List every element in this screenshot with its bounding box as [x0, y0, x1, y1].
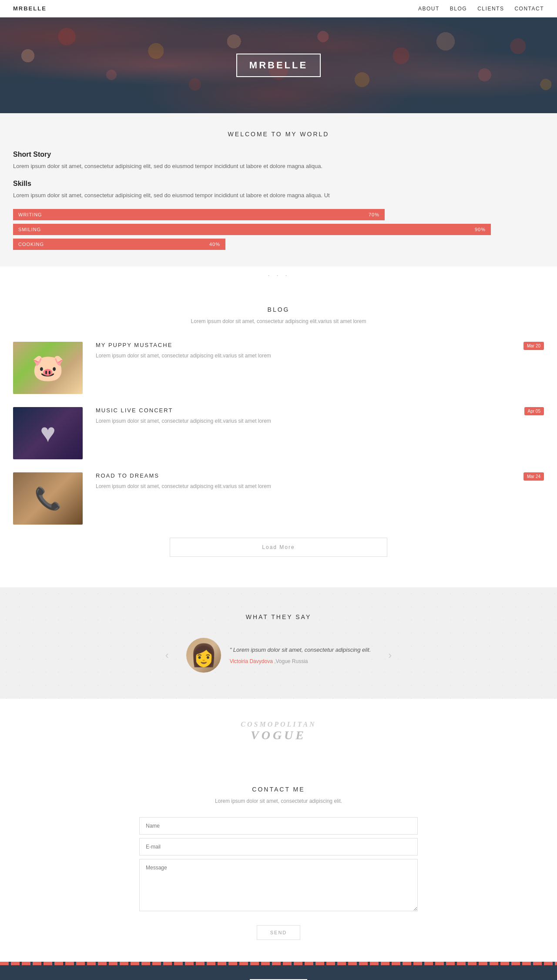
blog-thumb-1: [13, 342, 83, 394]
testimonial-quote: " Lorem ipsum dolor sit amet, consectetu…: [230, 646, 371, 655]
contact-subtitle: Lorem ipsum dolor sit amet, consectetur …: [13, 798, 544, 804]
skill-bar-writing: WRITING 70%: [13, 209, 385, 220]
contact-email-input[interactable]: [139, 838, 418, 855]
cosmopolitan-line2: VOGUE: [241, 728, 316, 742]
testimonials-heading: WHAT THEY SAY: [13, 613, 544, 620]
blog-subtitle: Lorem ipsum dolor sit amet, consectetur …: [13, 318, 544, 324]
testimonial-wrapper: ‹ " Lorem ipsum dolor sit amet, consecte…: [13, 638, 544, 673]
testimonial-avatar: [186, 638, 221, 673]
clients-logos: COSMOPOLITAN VOGUE: [13, 721, 544, 742]
blog-post-1: MY PUPPY MUSTACHE Lorem ipsum dolor sit …: [13, 342, 544, 394]
blog-excerpt-3: Lorem ipsum dolor sit amet, consectetur …: [96, 482, 544, 491]
nav-contact[interactable]: CONTACT: [514, 6, 544, 12]
welcome-section: WELCOME TO MY WORLD Short Story Lorem ip…: [0, 113, 557, 266]
blog-post-3: ROAD TO DREAMS Lorem ipsum dolor sit ame…: [13, 472, 544, 525]
blog-excerpt-1: Lorem ipsum dolor sit amet, consectetur …: [96, 352, 544, 360]
navigation: MRBELLE ABOUT BLOG CLIENTS CONTACT: [0, 0, 557, 17]
nav-links: ABOUT BLOG CLIENTS CONTACT: [418, 6, 544, 12]
hero-logo: MRBELLE: [249, 60, 308, 71]
skill-smiling: SMILING 90%: [13, 224, 544, 235]
cosmopolitan-line1: COSMOPOLITAN: [241, 721, 316, 728]
clients-section: COSMOPOLITAN VOGUE: [0, 699, 557, 764]
skill-percent-writing: 70%: [369, 212, 379, 217]
welcome-heading: WELCOME TO MY WORLD: [13, 131, 544, 138]
contact-section: CONTACT ME Lorem ipsum dolor sit amet, c…: [0, 764, 557, 962]
contact-name-input[interactable]: [139, 817, 418, 835]
contact-heading: CONTACT ME: [13, 786, 544, 793]
blog-thumb-3: [13, 472, 83, 525]
blog-date-3: Mar 24: [523, 472, 544, 481]
footer: MRBELLE: [0, 962, 557, 980]
contact-send-button[interactable]: SEND: [257, 925, 301, 940]
skill-bar-cooking: COOKING 40%: [13, 239, 225, 250]
testimonial-text: " Lorem ipsum dolor sit amet, consectetu…: [230, 646, 371, 664]
skill-cooking: COOKING 40%: [13, 239, 544, 250]
hero-banner: MRBELLE: [0, 17, 557, 113]
testimonial-author: Victoiria Davydova ,Vogue Russia: [230, 658, 371, 664]
skill-bar-smiling: SMILING 90%: [13, 224, 491, 235]
nav-blog[interactable]: BLOG: [450, 6, 467, 12]
skill-percent-smiling: 90%: [475, 227, 486, 232]
blog-date-1: Mar 20: [523, 342, 544, 350]
hero-logo-box: MRBELLE: [236, 54, 321, 77]
testimonials-section: WHAT THEY SAY ‹ " Lorem ipsum dolor sit …: [0, 587, 557, 699]
skills-intro: Lorem ipsum dolor sit amet, consectetur …: [13, 191, 544, 200]
nav-brand: MRBELLE: [13, 5, 47, 12]
blog-heading: BLOG: [13, 306, 544, 313]
blog-post-2: MUSIC LIVE CONCERT Lorem ipsum dolor sit…: [13, 407, 544, 459]
short-story-text: Lorem ipsum dolor sit amet, consectetur …: [13, 162, 544, 171]
testimonial-prev-button[interactable]: ‹: [161, 645, 173, 666]
skill-percent-cooking: 40%: [209, 242, 220, 247]
short-story-title: Short Story: [13, 151, 544, 158]
blog-content-2: MUSIC LIVE CONCERT Lorem ipsum dolor sit…: [96, 407, 544, 425]
load-more-button[interactable]: Load More: [170, 538, 387, 557]
skill-name-writing: WRITING: [18, 212, 42, 217]
blog-title-1: MY PUPPY MUSTACHE: [96, 342, 544, 348]
divider: · · ·: [0, 266, 557, 284]
testimonial-author-name: Victoiria Davydova: [230, 658, 273, 664]
skill-name-cooking: COOKING: [18, 242, 44, 247]
blog-title-2: MUSIC LIVE CONCERT: [96, 407, 544, 414]
contact-message-input[interactable]: [139, 859, 418, 911]
blog-excerpt-2: Lorem ipsum dolor sit amet, consectetur …: [96, 417, 544, 425]
nav-about[interactable]: ABOUT: [418, 6, 440, 12]
contact-form: SEND: [139, 817, 418, 940]
blog-content-1: MY PUPPY MUSTACHE Lorem ipsum dolor sit …: [96, 342, 544, 360]
skills-title: Skills: [13, 180, 544, 188]
testimonial-author-source: ,Vogue Russia: [274, 658, 308, 664]
skill-name-smiling: SMILING: [18, 227, 41, 232]
blog-content-3: ROAD TO DREAMS Lorem ipsum dolor sit ame…: [96, 472, 544, 491]
testimonial-content: " Lorem ipsum dolor sit amet, consectetu…: [186, 638, 371, 673]
testimonial-next-button[interactable]: ›: [384, 645, 396, 666]
blog-date-2: Apr 05: [524, 407, 544, 415]
skill-writing: WRITING 70%: [13, 209, 544, 220]
nav-clients[interactable]: CLIENTS: [477, 6, 504, 12]
footer-pattern: [0, 962, 557, 965]
client-logo-cosmopolitan: COSMOPOLITAN VOGUE: [241, 721, 316, 742]
blog-title-3: ROAD TO DREAMS: [96, 472, 544, 479]
blog-thumb-2: [13, 407, 83, 459]
blog-section: BLOG Lorem ipsum dolor sit amet, consect…: [0, 284, 557, 587]
